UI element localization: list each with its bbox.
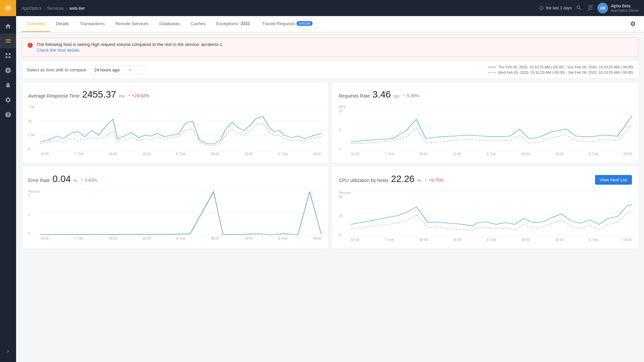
alert-banner: The following host is seeing high reques… [21,38,639,57]
tab-exceptions[interactable]: Exceptions 2211 [211,16,257,32]
chart-area: RPS 1050 16:007. Feb [339,105,632,159]
breadcrumb-sep-2: › [66,6,67,11]
chart-unit: ms [119,94,124,99]
breadcrumb-current: web-tier [69,6,85,11]
chart-xaxis: 16:007. Feb08:0016:008. Feb08:0016:009. … [351,152,632,159]
cpu-utilization-card: CPU utilization by hosts 22.26 % +9.75% … [332,167,639,249]
requests-rate-card: Requests Rate 3.46 rps 5.89% RPS 1050 [332,82,639,163]
topbar: AppOptics › Services › web-tier the last… [16,0,644,16]
sidebar-item-list[interactable] [0,34,16,48]
main-content: AppOptics › Services › web-tier the last… [16,0,644,362]
alert-text: The following host is seeing high reques… [37,42,223,53]
chart-title: Requests Rate [339,93,370,99]
chart-yaxis: 1050 [339,109,350,151]
chart-value: 0.04 [53,174,71,184]
chart-yaxis: 7.5k5k2.5k0 [28,105,39,151]
chart-unit: % [417,178,421,183]
alert-link[interactable]: Check the host details [37,48,223,53]
sidebar-item-grid[interactable] [0,48,16,63]
breadcrumb-services[interactable]: Services [47,6,64,11]
breadcrumb-appoptics[interactable]: AppOptics [21,6,42,11]
chart-header: Error Rate 0.04 % 3.42% [28,174,321,184]
chart-area: Percent 50250 16:007 [339,191,632,245]
avg-response-time-card: Average Response Time 2455.37 ms +24.82%… [21,82,328,163]
sidebar-item-settings[interactable] [0,93,16,107]
chart-extra-header: CPU utilization by hosts 22.26 % +9.75% … [339,174,632,186]
timeshift-bar: Select as time shift to compare 24 hours… [21,61,639,78]
chart-title: Average Response Time [28,93,79,99]
chart-title: CPU utilization by hosts [339,178,388,183]
chart-area: Percent 210 16:007. [28,190,321,243]
apps-button[interactable] [586,3,595,13]
chart-value: 3.46 [373,89,391,100]
user-name: Alpha Beta [611,4,639,8]
chart-title: Error Rate [28,178,50,183]
chart-delta: 5.89% [402,93,419,98]
chart-area: 7.5k5k2.5k0 [28,105,321,159]
chart-body [40,190,321,235]
error-rate-card: Error Rate 0.04 % 3.42% Percent 210 [21,167,328,249]
alert-message: The following host is seeing high reques… [37,42,223,47]
chart-xaxis: 16:007. Feb08:0016:008. Feb08:0016:009. … [40,237,321,243]
legend-line-solid [488,67,496,67]
timeshift-legend: Thu Feb 06, 2020, 10:10:25 AM (-06:00) -… [488,65,633,74]
chart-value: 22.26 [391,174,415,184]
timeshift-label: Select as time shift to compare [27,67,87,72]
chart-value: 2455.37 [82,89,116,100]
traced-requests-badge: 346586 [297,21,313,26]
sidebar-item-help[interactable] [0,107,16,122]
timeshift-value: 24 hours ago [94,67,120,72]
app-logo[interactable] [0,0,16,16]
legend-row-1: Thu Feb 06, 2020, 10:10:25 AM (-06:00) -… [488,65,633,69]
chart-body [351,191,632,237]
legend-line-dashed [488,72,496,73]
chart-unit: rps [393,94,399,99]
tab-remote-services[interactable]: Remote Services [110,16,154,32]
chart-header: Requests Rate 3.46 rps 5.89% [339,89,632,100]
chart-header: CPU utilization by hosts 22.26 % +9.75% [339,174,443,184]
user-info: Alpha Beta AppOptics Demo [611,4,639,12]
time-range-selector[interactable]: the last 3 days [539,6,572,10]
sidebar-expand-button[interactable] [0,346,16,357]
chart-unit: % [73,178,77,183]
view-host-list-button[interactable]: View Host List [595,175,632,185]
timeshift-select[interactable]: 24 hours ago [91,65,144,74]
breadcrumb: AppOptics › Services › web-tier [21,6,85,11]
legend-label-2: Wed Feb 05, 2020, 10:10:25 AM (-06:00) -… [498,70,633,74]
search-button[interactable] [575,3,583,13]
chart-delta: +24.82% [127,93,150,98]
tab-details[interactable]: Details [50,16,74,32]
tab-caches[interactable]: Caches [185,16,211,32]
tab-transactions[interactable]: Transactions [74,16,110,32]
charts-grid: Average Response Time 2455.37 ms +24.82%… [21,82,639,249]
sidebar-item-alerts[interactable] [0,78,16,93]
chart-yaxis: 50250 [339,195,350,237]
tab-traced-label: Traced Requests [262,21,295,26]
chart-header: Average Response Time 2455.37 ms +24.82% [28,89,321,100]
tab-traced-requests[interactable]: Traced Requests 346586 [257,16,318,32]
tab-overview[interactable]: Overview [21,16,50,32]
chart-body [351,105,632,151]
chart-yaxis: 210 [28,194,39,235]
user-avatar[interactable]: AB [597,3,608,13]
tab-databases[interactable]: Databases [154,16,185,32]
tab-exceptions-label: Exceptions [216,21,238,26]
page-content: The following host is seeing high reques… [16,32,644,362]
chart-xaxis: 16:007. Feb08:0016:008. Feb08:0016:009. … [40,152,321,159]
sidebar [0,0,16,362]
breadcrumb-sep-1: › [44,6,45,11]
user-org: AppOptics Demo [611,8,639,12]
chart-delta: 3.42% [80,178,97,183]
sidebar-item-home[interactable] [0,19,16,34]
legend-label-1: Thu Feb 06, 2020, 10:10:25 AM (-06:00) -… [498,65,633,69]
sidebar-item-widgets[interactable] [0,63,16,78]
tab-settings-gear[interactable] [627,16,639,32]
time-range-label: the last 3 days [546,6,572,10]
chart-xaxis: 16:007. Feb08:0016:008. Feb08:0016:009. … [351,238,632,245]
sidebar-nav [0,19,16,122]
sidebar-bottom [0,346,16,357]
tab-bar: Overview Details Transactions Remote Ser… [16,16,644,32]
alert-icon [27,42,33,49]
chart-delta: +9.75% [424,178,443,183]
legend-row-2: Wed Feb 05, 2020, 10:10:25 AM (-06:00) -… [488,70,633,74]
